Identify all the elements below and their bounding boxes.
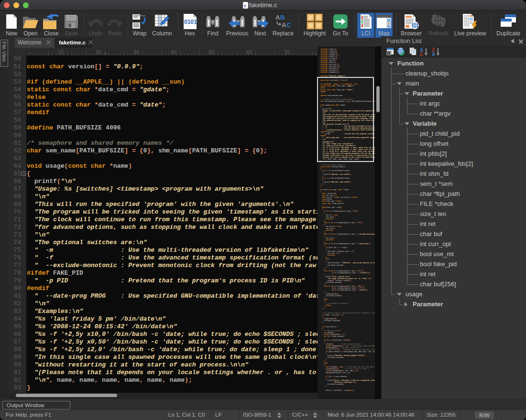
svg-text:C: C — [286, 22, 291, 29]
svg-text:0101: 0101 — [184, 19, 197, 25]
svg-text:A: A — [275, 14, 280, 21]
svg-text:A: A — [282, 22, 286, 29]
svg-text:B: B — [280, 14, 285, 21]
